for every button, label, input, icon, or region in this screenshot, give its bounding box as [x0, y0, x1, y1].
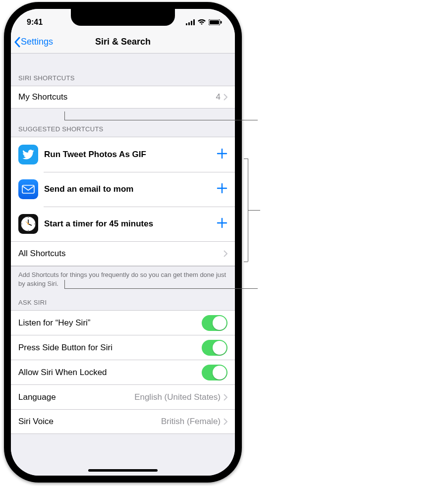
chevron-left-icon	[14, 37, 21, 48]
add-shortcut-button[interactable]	[212, 215, 227, 233]
plus-icon	[217, 217, 227, 228]
label-my-shortcuts: My Shortcuts	[18, 92, 67, 102]
callout-line	[248, 210, 260, 211]
svg-rect-7	[22, 185, 34, 193]
row-allow-when-locked[interactable]: Allow Siri When Locked	[11, 360, 235, 384]
callout-line	[244, 262, 248, 262]
plus-icon	[217, 183, 227, 194]
label-all-shortcuts: All Shortcuts	[18, 249, 65, 259]
svg-rect-6	[221, 21, 222, 24]
iphone-frame: 9:41 Settings S	[4, 2, 242, 483]
row-my-shortcuts[interactable]: My Shortcuts 4	[11, 86, 235, 108]
status-time: 9:41	[27, 18, 43, 27]
svg-rect-3	[193, 19, 195, 25]
row-language[interactable]: Language English (United States)	[11, 384, 235, 409]
home-indicator[interactable]	[88, 469, 158, 472]
label-siri-voice: Siri Voice	[18, 417, 54, 427]
suggested-shortcut-label: Run Tweet Photos As GIF	[44, 150, 212, 160]
callout-line	[64, 120, 258, 120]
notch	[71, 9, 175, 26]
status-right	[186, 19, 222, 25]
row-all-shortcuts[interactable]: All Shortcuts	[11, 241, 235, 266]
suggested-shortcut-row[interactable]: Start a timer for 45 minutes	[11, 207, 235, 241]
add-shortcut-button[interactable]	[212, 180, 227, 198]
value-my-shortcuts-count: 4	[216, 92, 221, 102]
row-press-side-button[interactable]: Press Side Button for Siri	[11, 335, 235, 360]
navigation-bar: Settings Siri & Search	[11, 31, 235, 54]
volume-down-button	[5, 141, 8, 175]
mail-app-icon	[18, 179, 38, 199]
group-ask-siri: Listen for “Hey Siri” Press Side Button …	[11, 310, 235, 434]
value-language: English (United States)	[134, 392, 221, 402]
power-button	[238, 116, 241, 170]
clock-app-icon	[18, 214, 38, 234]
label-press-side-button: Press Side Button for Siri	[18, 343, 112, 353]
screen: 9:41 Settings S	[11, 9, 235, 476]
svg-rect-2	[191, 21, 192, 25]
battery-icon	[209, 19, 222, 25]
svg-rect-0	[186, 23, 187, 25]
suggested-shortcut-label: Send an email to mom	[44, 184, 212, 194]
group-suggested: Run Tweet Photos As GIF Send an email to…	[11, 137, 235, 267]
value-siri-voice: British (Female)	[161, 417, 221, 427]
svg-point-17	[28, 223, 29, 225]
mute-switch	[5, 76, 8, 94]
suggested-shortcut-label: Start a timer for 45 minutes	[44, 219, 212, 229]
back-label: Settings	[21, 37, 53, 47]
chevron-right-icon	[224, 394, 227, 401]
svg-rect-1	[188, 22, 190, 25]
callout-line	[64, 280, 65, 288]
suggested-shortcut-row[interactable]: Send an email to mom	[11, 172, 235, 207]
twitter-app-icon	[18, 145, 38, 164]
label-allow-when-locked: Allow Siri When Locked	[18, 368, 107, 378]
chevron-right-icon	[224, 250, 227, 257]
callout-line	[244, 159, 248, 159]
row-hey-siri[interactable]: Listen for “Hey Siri”	[11, 310, 235, 335]
section-footer-suggested: Add Shortcuts for things you frequently …	[11, 267, 235, 288]
callout-line	[64, 288, 258, 289]
section-header-shortcuts: SIRI SHORTCUTS	[11, 55, 235, 86]
section-header-ask-siri: ASK SIRI	[11, 288, 235, 310]
suggested-shortcut-row[interactable]: Run Tweet Photos As GIF	[11, 137, 235, 172]
switch-hey-siri[interactable]	[202, 315, 227, 331]
group-my-shortcuts: My Shortcuts 4	[11, 86, 235, 108]
label-language: Language	[18, 392, 56, 402]
row-siri-voice[interactable]: Siri Voice British (Female)	[11, 409, 235, 434]
callout-line	[64, 111, 65, 120]
cellular-icon	[186, 19, 195, 25]
switch-press-side-button[interactable]	[202, 340, 227, 356]
chevron-right-icon	[224, 94, 227, 101]
section-header-suggested: SUGGESTED SHORTCUTS	[11, 108, 235, 137]
plus-icon	[217, 148, 227, 159]
back-button[interactable]: Settings	[14, 37, 53, 48]
volume-up-button	[5, 101, 8, 136]
wifi-icon	[197, 19, 206, 25]
add-shortcut-button[interactable]	[212, 146, 227, 163]
switch-allow-when-locked[interactable]	[202, 365, 227, 380]
chevron-right-icon	[224, 418, 227, 425]
label-hey-siri: Listen for “Hey Siri”	[18, 318, 90, 328]
svg-rect-5	[210, 20, 219, 24]
content[interactable]: SIRI SHORTCUTS My Shortcuts 4 SUGGESTED …	[11, 54, 235, 476]
